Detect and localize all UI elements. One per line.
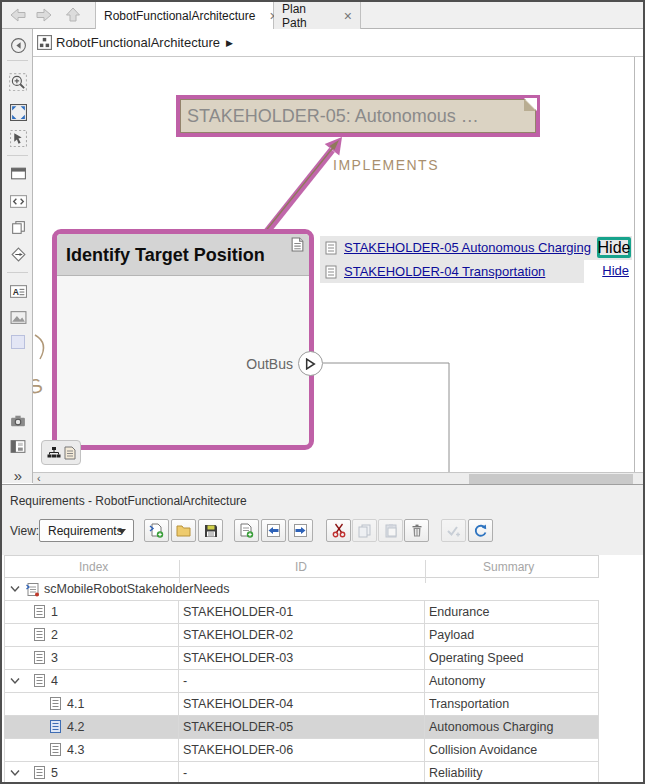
- column-divider: [598, 762, 599, 784]
- identify-target-position-block[interactable]: Identify Target Position OutBus: [52, 229, 314, 450]
- delete-button[interactable]: [404, 519, 429, 542]
- table-row[interactable]: 5 - Reliability: [4, 762, 599, 784]
- cell-index: 2: [51, 628, 58, 642]
- hide-link[interactable]: Hide: [602, 263, 629, 278]
- screenshot-button[interactable]: [8, 410, 28, 430]
- col-index[interactable]: Index: [79, 560, 108, 574]
- column-divider: [598, 601, 599, 624]
- duplicate-button[interactable]: [8, 217, 28, 237]
- requirement-doc-icon: [50, 743, 61, 756]
- block-header: Identify Target Position: [57, 234, 309, 276]
- fit-to-view-button[interactable]: [8, 102, 28, 122]
- new-requirement-set-button[interactable]: [144, 519, 169, 542]
- more-tools-button[interactable]: »: [8, 465, 28, 485]
- block-badges[interactable]: [41, 440, 81, 465]
- code-view-button[interactable]: [8, 191, 28, 211]
- signal-route-button[interactable]: [8, 244, 28, 264]
- requirement-doc-icon: [325, 241, 337, 255]
- breadcrumb-caret-icon[interactable]: ▶: [226, 38, 233, 48]
- close-icon[interactable]: ×: [344, 9, 352, 23]
- paste-button[interactable]: [378, 519, 403, 542]
- requirement-link[interactable]: STAKEHOLDER-04 Transportation: [344, 264, 545, 279]
- column-divider: [598, 624, 599, 647]
- annotation-button[interactable]: A: [8, 281, 28, 301]
- promote-requirement-button[interactable]: [261, 519, 286, 542]
- chevron-down-icon[interactable]: [10, 677, 20, 685]
- scroll-left-icon[interactable]: ‹: [37, 473, 41, 484]
- hide-link[interactable]: Hide: [598, 239, 631, 257]
- separator: [7, 155, 28, 156]
- cell-index: 4: [51, 674, 58, 688]
- table-row[interactable]: 2 STAKEHOLDER-02 Payload: [4, 624, 599, 647]
- breadcrumb-model-name[interactable]: RobotFunctionalArchitecture: [56, 35, 220, 50]
- column-divider: [598, 739, 599, 762]
- image-icon: [10, 309, 27, 326]
- add-requirement-button[interactable]: [234, 519, 259, 542]
- open-button[interactable]: [171, 519, 196, 542]
- table-row[interactable]: 4.3 STAKEHOLDER-06 Collision Avoidance: [4, 739, 599, 762]
- column-divider: [424, 624, 425, 647]
- image-button[interactable]: [8, 307, 28, 327]
- cut-button[interactable]: [326, 519, 351, 542]
- stakeholder-annotation[interactable]: STAKEHOLDER-05: Autonomous …: [176, 95, 540, 137]
- select-region-button[interactable]: [8, 128, 28, 148]
- cell-summary: Collision Avoidance: [429, 743, 537, 757]
- text-annotation-icon: A: [10, 283, 27, 300]
- window-icon: [10, 165, 27, 182]
- up-button[interactable]: [62, 6, 86, 25]
- cell-id: STAKEHOLDER-04: [183, 697, 293, 711]
- zoom-button[interactable]: [8, 72, 28, 92]
- table-row[interactable]: 4.1 STAKEHOLDER-04 Transportation: [4, 693, 599, 716]
- cell-index: 4.1: [67, 697, 84, 711]
- scrollbar-thumb[interactable]: [469, 474, 633, 484]
- forward-button[interactable]: [33, 6, 57, 25]
- cell-summary: Autonomy: [429, 674, 485, 688]
- save-button[interactable]: [198, 519, 223, 542]
- column-divider: [178, 693, 179, 716]
- tab-plan-path[interactable]: Plan Path ×: [274, 2, 361, 29]
- refresh-icon: [473, 523, 488, 538]
- requirement-set-icon: [26, 582, 39, 597]
- diagram-canvas[interactable]: S STAKEHOLDER-05: Autonomous … IMPLEMENT…: [33, 57, 634, 472]
- stereotype-doc-icon: [291, 237, 304, 256]
- cell-id: -: [183, 766, 187, 780]
- chevron-down-icon[interactable]: [10, 585, 20, 593]
- new-set-icon: [149, 523, 164, 538]
- requirement-set-row[interactable]: scMobileRobotStakeholderNeeds: [4, 578, 599, 601]
- requirement-link[interactable]: STAKEHOLDER-05 Autonomous Charging: [344, 240, 591, 255]
- model-browser-button[interactable]: [8, 436, 28, 456]
- model-icon: [37, 35, 52, 50]
- demote-requirement-button[interactable]: [288, 519, 313, 542]
- col-summary[interactable]: Summary: [483, 560, 534, 574]
- area-button[interactable]: [8, 332, 28, 352]
- horizontal-scrollbar[interactable]: ‹: [33, 472, 643, 484]
- table-row-selected[interactable]: 4.2 STAKEHOLDER-05 Autonomous Charging: [4, 716, 599, 739]
- copy-button[interactable]: [352, 519, 377, 542]
- back-button[interactable]: [7, 6, 31, 25]
- view-dropdown-value: Requirements: [48, 524, 123, 538]
- hide-palette-button[interactable]: [8, 35, 28, 55]
- tab-robotfunctionalarchitecture[interactable]: RobotFunctionalArchitecture ×: [95, 2, 274, 29]
- select-region-icon: [10, 130, 27, 147]
- table-row[interactable]: 1 STAKEHOLDER-01 Endurance: [4, 601, 599, 624]
- column-divider: [424, 762, 425, 784]
- outbus-port[interactable]: [298, 351, 323, 376]
- column-divider: [178, 739, 179, 762]
- table-row[interactable]: 3 STAKEHOLDER-03 Operating Speed: [4, 647, 599, 670]
- view-dropdown[interactable]: Requirements: [39, 519, 134, 542]
- refresh-button[interactable]: [468, 519, 493, 542]
- requirement-doc-icon: [325, 265, 337, 279]
- column-divider: [178, 624, 179, 647]
- requirement-doc-icon: [34, 766, 45, 779]
- chevron-down-icon[interactable]: [10, 769, 20, 777]
- requirements-panel: Requirements - RobotFunctionalArchitectu…: [2, 485, 643, 782]
- table-row[interactable]: 4 - Autonomy: [4, 670, 599, 693]
- cell-index: 3: [51, 651, 58, 665]
- col-id[interactable]: ID: [295, 560, 307, 574]
- output-port-icon: [305, 358, 316, 370]
- add-link-button[interactable]: [441, 519, 466, 542]
- requirement-doc-icon: [34, 674, 45, 687]
- column-divider: [424, 601, 425, 624]
- requirements-table: Index ID Summary scMobileRobotStakeholde…: [2, 555, 643, 782]
- viewport-button[interactable]: [8, 163, 28, 183]
